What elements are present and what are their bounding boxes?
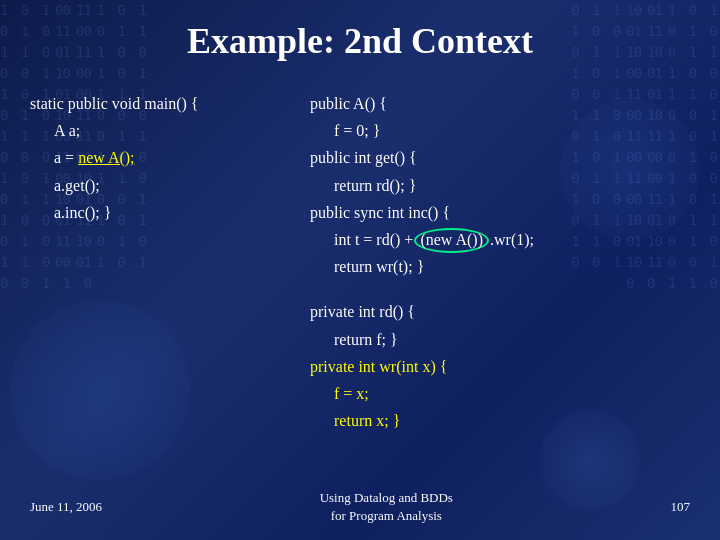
left-line-2: A a; (30, 117, 290, 144)
footer-center-line1: Using Datalog and BDDs (320, 490, 453, 505)
line6-circled: (new A()) (414, 228, 489, 253)
left-line-3-highlight: new A(); (78, 149, 134, 166)
slide-footer: June 11, 2006 Using Datalog and BDDs for… (30, 489, 690, 525)
right-bottom-line-5: return x; } (310, 407, 690, 434)
line6-prefix: int t = rd() + (334, 231, 413, 248)
right-bottom-line-4: f = x; (310, 380, 690, 407)
left-line-3-prefix: a = (54, 149, 78, 166)
right-code-panel: public A() { f = 0; } public int get() {… (310, 90, 690, 479)
footer-center: Using Datalog and BDDs for Program Analy… (320, 489, 453, 525)
right-bottom-line-3: private int wr(int x) { (310, 353, 690, 380)
right-bottom-line-1: private int rd() { (310, 298, 690, 325)
right-top-line-3: public int get() { (310, 144, 690, 171)
slide-title: Example: 2nd Context (30, 20, 690, 62)
right-top-line-6: int t = rd() +(new A()).wr(1); (310, 226, 690, 253)
left-code-block: static public void main() { A a; a = new… (30, 90, 290, 226)
footer-center-line2: for Program Analysis (331, 508, 442, 523)
right-top-line-1: public A() { (310, 90, 690, 117)
right-bottom-line-2: return f; } (310, 326, 690, 353)
line6-suffix: .wr(1); (490, 231, 534, 248)
left-line-4: a.get(); (30, 172, 290, 199)
footer-page: 107 (670, 499, 690, 515)
right-code-bottom-block: private int rd() { return f; } private i… (310, 298, 690, 434)
left-code-panel: static public void main() { A a; a = new… (30, 90, 290, 479)
right-top-line-4: return rd(); } (310, 172, 690, 199)
code-area: static public void main() { A a; a = new… (30, 90, 690, 479)
left-line-5: a.inc(); } (30, 199, 290, 226)
right-code-top-block: public A() { f = 0; } public int get() {… (310, 90, 690, 280)
left-line-1: static public void main() { (30, 90, 290, 117)
right-top-line-5: public sync int inc() { (310, 199, 690, 226)
footer-date: June 11, 2006 (30, 499, 102, 515)
right-top-line-7: return wr(t); } (310, 253, 690, 280)
right-top-line-2: f = 0; } (310, 117, 690, 144)
left-line-3: a = new A(); (30, 144, 290, 171)
